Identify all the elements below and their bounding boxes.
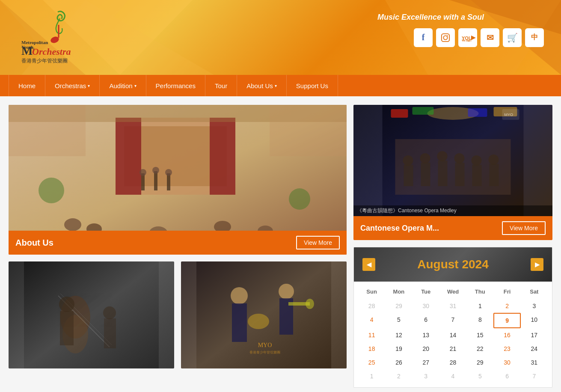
weekday-thu: Thu: [466, 286, 493, 297]
calendar-day[interactable]: 29: [385, 299, 412, 313]
nav-support-us[interactable]: Support Us: [287, 75, 338, 96]
weekday-tue: Tue: [413, 286, 439, 297]
svg-point-52: [231, 287, 248, 304]
calendar-day[interactable]: 16: [493, 328, 520, 342]
calendar-day[interactable]: 2: [385, 369, 412, 383]
calendar-next-button[interactable]: ▶: [531, 258, 543, 271]
about-us-label: About Us: [15, 238, 53, 248]
calendar-day[interactable]: 22: [466, 342, 493, 356]
svg-rect-41: [270, 105, 347, 156]
calendar-day[interactable]: 18: [358, 342, 385, 356]
svg-point-74: [489, 154, 499, 165]
calendar-day[interactable]: 7: [439, 313, 466, 328]
calendar-day[interactable]: 7: [521, 369, 548, 383]
svg-rect-76: [391, 109, 408, 118]
nav-home[interactable]: Home: [9, 75, 45, 96]
calendar-day[interactable]: 28: [439, 356, 466, 369]
calendar-day[interactable]: 12: [385, 328, 412, 342]
svg-point-64: [403, 155, 413, 166]
calendar-day[interactable]: 25: [358, 356, 385, 369]
calendar-day[interactable]: 8: [466, 313, 493, 328]
svg-text:M: M: [21, 44, 33, 57]
calendar-day[interactable]: 31: [439, 299, 466, 313]
main-content: About Us View More: [0, 96, 561, 392]
calendar-day[interactable]: 1: [358, 369, 385, 383]
about-us-view-more[interactable]: View More: [296, 236, 340, 249]
svg-point-26: [64, 218, 81, 231]
svg-point-68: [437, 151, 448, 161]
svg-text:TUBE: TUBE: [462, 39, 471, 42]
svg-text:Orchestra: Orchestra: [32, 46, 71, 57]
weekday-fri: Fri: [493, 286, 520, 297]
video-view-more[interactable]: View More: [502, 221, 546, 235]
svg-point-38: [165, 169, 172, 176]
calendar-day[interactable]: 2: [493, 299, 520, 313]
about-us-footer: About Us View More: [9, 231, 347, 255]
video-image: MYO 《粵曲古韻隨想》Cantonese Opera Medley: [353, 105, 552, 216]
calendar-day[interactable]: 23: [493, 342, 520, 356]
svg-point-36: [152, 167, 159, 174]
calendar-day[interactable]: 6: [493, 369, 520, 383]
calendar-day[interactable]: 14: [439, 328, 466, 342]
calendar-day[interactable]: 24: [521, 342, 548, 356]
calendar-day[interactable]: 9: [493, 313, 520, 328]
calendar-day[interactable]: 28: [358, 299, 385, 313]
join-us-image: [9, 261, 174, 368]
tagline: Music Excellence with a Soul: [377, 13, 484, 22]
calendar-day[interactable]: 4: [439, 369, 466, 383]
calendar-day[interactable]: 15: [466, 328, 493, 342]
instagram-icon[interactable]: [436, 28, 455, 47]
svg-point-72: [472, 155, 482, 166]
calendar-day[interactable]: 21: [439, 342, 466, 356]
calendar-prev-button[interactable]: ◀: [362, 258, 375, 271]
calendar-day[interactable]: 26: [385, 356, 412, 369]
svg-rect-78: [468, 108, 487, 117]
calendar-day[interactable]: 5: [385, 313, 412, 328]
calendar-day[interactable]: 13: [413, 328, 439, 342]
navbar: Home Orchestras ▾ Audition ▾ Performance…: [0, 75, 561, 96]
nav-about-us[interactable]: About Us ▾: [237, 75, 287, 96]
calendar-day[interactable]: 19: [385, 342, 412, 356]
right-column: MYO 《粵曲古韻隨想》Cantonese Opera Medley Canto…: [353, 105, 552, 388]
weekday-sun: Sun: [358, 286, 385, 297]
nav-performances[interactable]: Performances: [146, 75, 205, 96]
calendar-day[interactable]: 3: [521, 299, 548, 313]
calendar-day[interactable]: 30: [493, 356, 520, 369]
calendar-day[interactable]: 20: [413, 342, 439, 356]
calendar-grid: SunMonTueWedThuFriSat 282930311234567891…: [354, 282, 552, 387]
svg-rect-69: [438, 160, 448, 186]
svg-rect-15: [442, 33, 449, 41]
svg-point-58: [306, 299, 314, 309]
calendar-days: 2829303112345678910111213141516171819202…: [358, 299, 548, 383]
nav-audition[interactable]: Audition ▾: [100, 75, 146, 96]
calendar-day[interactable]: 4: [358, 313, 385, 328]
orchestras-dropdown-arrow: ▾: [88, 83, 90, 88]
nav-orchestras[interactable]: Orchestras ▾: [45, 75, 100, 96]
weekday-wed: Wed: [439, 286, 466, 297]
calendar-day[interactable]: 30: [413, 299, 439, 313]
svg-point-54: [248, 314, 269, 329]
youtube-icon[interactable]: YOU TUBE ▶: [458, 28, 477, 47]
nav-tour[interactable]: Tour: [205, 75, 237, 96]
svg-point-66: [420, 153, 430, 163]
calendar-day[interactable]: 3: [413, 369, 439, 383]
calendar-day[interactable]: 11: [358, 328, 385, 342]
calendar-day[interactable]: 5: [466, 369, 493, 383]
svg-point-17: [447, 35, 448, 36]
shop-icon[interactable]: 🛒: [503, 28, 522, 47]
calendar-day[interactable]: 29: [466, 356, 493, 369]
logo[interactable]: Metropolitan Youth M Y Orchestra 香港青少年管弦…: [17, 8, 94, 68]
calendar-day[interactable]: 1: [466, 299, 493, 313]
calendar-day[interactable]: 17: [521, 328, 548, 342]
svg-rect-25: [210, 118, 235, 195]
calendar-day[interactable]: 10: [521, 313, 548, 328]
chinese-lang-icon[interactable]: 中: [525, 28, 544, 47]
calendar-day[interactable]: 31: [521, 356, 548, 369]
video-caption: 《粵曲古韻隨想》Cantonese Opera Medley: [353, 205, 552, 216]
facebook-icon[interactable]: f: [414, 28, 433, 47]
calendar-day[interactable]: 27: [413, 356, 439, 369]
svg-text:MYO: MYO: [258, 342, 272, 348]
calendar-day[interactable]: 6: [413, 313, 439, 328]
svg-rect-65: [404, 165, 413, 186]
email-icon[interactable]: ✉: [481, 28, 499, 47]
